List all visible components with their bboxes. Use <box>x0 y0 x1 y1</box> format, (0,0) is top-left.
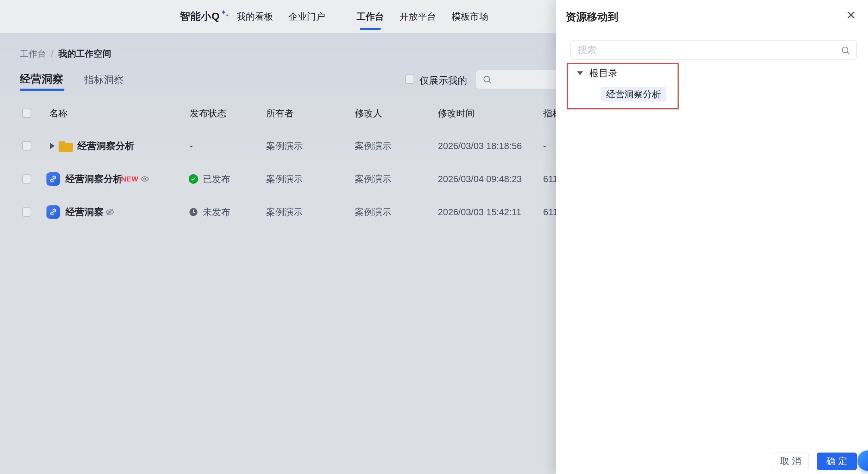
cancel-button[interactable]: 取 消 <box>773 453 809 470</box>
tree-node-child-selected[interactable]: 经营洞察分析 <box>601 87 666 102</box>
search-icon <box>841 45 850 55</box>
tree-root-label: 根目录 <box>589 67 618 79</box>
drawer-footer: 取 消 确 定 <box>556 448 868 474</box>
drawer-search-box[interactable] <box>570 40 857 60</box>
quickbi-workspace-page: 智能小Q ✦ ✦ 我的看板 企业门户 工作台 开放平台 模板市场 工 <box>0 0 868 474</box>
tree-child-label: 经营洞察分析 <box>606 88 661 101</box>
move-resource-drawer: 资源移动到 ✕ 根目录 经营洞察分析 取 消 确 定 <box>556 0 868 474</box>
drawer-search-input[interactable] <box>570 40 857 60</box>
tree-node-root[interactable]: 根目录 <box>577 67 618 79</box>
close-icon[interactable]: ✕ <box>846 9 856 21</box>
caret-down-icon[interactable] <box>577 71 583 75</box>
confirm-button[interactable]: 确 定 <box>817 453 857 470</box>
drawer-title: 资源移动到 <box>566 10 618 24</box>
